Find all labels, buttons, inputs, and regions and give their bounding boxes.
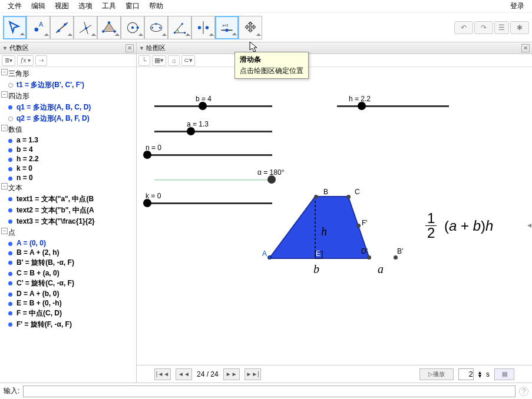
graphics-toolbar: └ ▦▾ ⌂ ⊂▾: [137, 54, 532, 67]
slider-alpha[interactable]: α = 180°: [154, 179, 272, 181]
cat-quad[interactable]: 四边形: [0, 91, 136, 102]
item-k[interactable]: k = 0: [0, 164, 136, 173]
point-B[interactable]: [314, 195, 318, 199]
fx-button[interactable]: ƒx ▾: [17, 55, 34, 66]
undo-button[interactable]: ↶: [454, 21, 473, 34]
slider-n[interactable]: n = 0: [146, 154, 272, 156]
collapse-icon[interactable]: ▼: [2, 45, 8, 51]
tool-point[interactable]: A: [27, 16, 50, 39]
point-D[interactable]: [367, 255, 371, 260]
svg-marker-8: [103, 22, 115, 31]
speed-input[interactable]: [458, 368, 474, 380]
redo-button[interactable]: ↷: [474, 21, 493, 34]
tool-perpendicular[interactable]: [74, 16, 97, 39]
graphics-title: 绘图区: [146, 44, 166, 52]
svg-text:A: A: [39, 20, 44, 27]
svg-point-14: [137, 26, 139, 28]
svg-point-24: [206, 26, 209, 29]
slider-h[interactable]: h = 2.2: [337, 105, 449, 107]
item-C[interactable]: C = B + (a, 0): [0, 268, 136, 278]
menu-bar: 文件 编辑 视图 选项 工具 窗口 帮助 登录: [0, 0, 532, 13]
tool-ellipse[interactable]: [144, 16, 168, 39]
cat-num[interactable]: 数值: [0, 124, 136, 135]
collapse-icon[interactable]: ▼: [139, 45, 144, 51]
tool-move-view[interactable]: [239, 16, 262, 39]
tool-circle[interactable]: [121, 16, 144, 39]
item-h[interactable]: h = 2.2: [0, 154, 136, 164]
sort-button[interactable]: ≣▾: [2, 55, 15, 66]
svg-point-19: [174, 32, 176, 34]
nav-first[interactable]: |◄◄: [154, 368, 171, 380]
item-E[interactable]: E = B + (0, -h): [0, 298, 136, 308]
close-icon[interactable]: ✕: [521, 44, 530, 52]
item-a[interactable]: a = 1.3: [0, 135, 136, 145]
menu-options[interactable]: 选项: [74, 0, 97, 12]
area-formula: 1 2 (a + b)h: [425, 211, 493, 240]
aux-button[interactable]: ⇢: [35, 55, 47, 66]
item-A[interactable]: A = (0, 0): [0, 238, 136, 248]
svg-point-20: [184, 32, 186, 34]
menu-window[interactable]: 窗口: [121, 0, 144, 12]
command-input[interactable]: [23, 385, 516, 397]
item-n[interactable]: n = 0: [0, 173, 136, 182]
tool-angle[interactable]: [168, 16, 191, 39]
menu-login[interactable]: 登录: [505, 0, 529, 12]
graphics-header: ▼ 绘图区 ✕: [137, 42, 532, 54]
item-D[interactable]: D = A + (b, 0): [0, 289, 136, 298]
item-b[interactable]: b = 4: [0, 145, 136, 154]
graphics-pane: ▼ 绘图区 ✕ └ ▦▾ ⌂ ⊂▾ b = 4 h = 2.2 a = 1.3: [137, 42, 532, 383]
nav-last[interactable]: ►►|: [244, 368, 261, 380]
close-icon[interactable]: ✕: [125, 44, 134, 52]
svg-point-0: [35, 28, 39, 32]
item-B[interactable]: B = A + (2, h): [0, 248, 136, 257]
item-q2[interactable]: q2 = 多边形(A, B, F, D): [0, 113, 136, 124]
snap-button[interactable]: ⊂▾: [181, 55, 195, 66]
svg-text:a=2: a=2: [222, 24, 229, 27]
item-q1[interactable]: q1 = 多边形(A, B, C, D): [0, 102, 136, 113]
item-text1[interactable]: text1 = 文本("a", 中点(B: [0, 194, 136, 205]
svg-point-21: [181, 22, 183, 24]
cat-point[interactable]: 点: [0, 227, 136, 238]
nav-prev[interactable]: ◄◄: [176, 368, 192, 380]
item-text3[interactable]: text3 = 文本("\frac{1}{2}: [0, 216, 136, 227]
item-Fp[interactable]: F' = 旋转(F, -α, F): [0, 319, 136, 330]
menu-edit[interactable]: 编辑: [27, 0, 50, 12]
menu-view[interactable]: 视图: [50, 0, 74, 12]
slider-k[interactable]: k = 0: [146, 202, 272, 204]
item-t1[interactable]: t1 = 多边形(B', C', F'): [0, 79, 136, 91]
item-Cp[interactable]: C' = 旋转(C, -α, F): [0, 278, 136, 289]
grid-button[interactable]: ▦▾: [152, 55, 166, 66]
menu-help[interactable]: 帮助: [144, 0, 168, 12]
graphics-canvas[interactable]: b = 4 h = 2.2 a = 1.3 n = 0 α = 180° k =…: [137, 67, 532, 365]
item-F[interactable]: F = 中点(C, D): [0, 308, 136, 319]
settings-button[interactable]: ✱: [510, 21, 529, 34]
point-A[interactable]: [267, 255, 272, 260]
nav-next[interactable]: ►►: [223, 368, 240, 380]
axes-button[interactable]: └: [138, 55, 150, 66]
tool-line[interactable]: [50, 16, 74, 39]
protocol-button[interactable]: ▤: [494, 368, 514, 380]
input-bar: 输入: ?: [0, 383, 532, 399]
point-C[interactable]: [346, 195, 351, 199]
cat-triangle[interactable]: 三角形: [0, 68, 136, 79]
help-icon[interactable]: ?: [519, 387, 528, 396]
cat-text[interactable]: 文本: [0, 182, 136, 194]
item-Bp[interactable]: B' = 旋转(B, -α, F): [0, 257, 136, 268]
tool-polygon[interactable]: [97, 16, 121, 39]
tool-move[interactable]: [3, 16, 27, 39]
menu-tools[interactable]: 工具: [97, 0, 121, 12]
tool-slider[interactable]: a=2: [215, 16, 239, 39]
menu-kebab-button[interactable]: ☰: [494, 21, 509, 34]
item-text2[interactable]: text2 = 文本("b", 中点(A: [0, 205, 136, 216]
point-Fp[interactable]: [356, 224, 361, 228]
play-button[interactable]: ▷ 播放: [419, 368, 454, 380]
slider-b[interactable]: b = 4: [154, 105, 272, 107]
home-button[interactable]: ⌂: [168, 55, 180, 66]
svg-point-3: [57, 29, 60, 32]
object-tree[interactable]: 三角形 t1 = 多边形(B', C', F') 四边形 q1 = 多边形(A,…: [0, 67, 136, 383]
point-Bp[interactable]: [394, 255, 398, 260]
tool-reflect[interactable]: [191, 16, 215, 39]
side-grip[interactable]: ◂: [526, 216, 532, 234]
menu-file[interactable]: 文件: [3, 0, 27, 12]
slider-a[interactable]: a = 1.3: [154, 131, 272, 132]
